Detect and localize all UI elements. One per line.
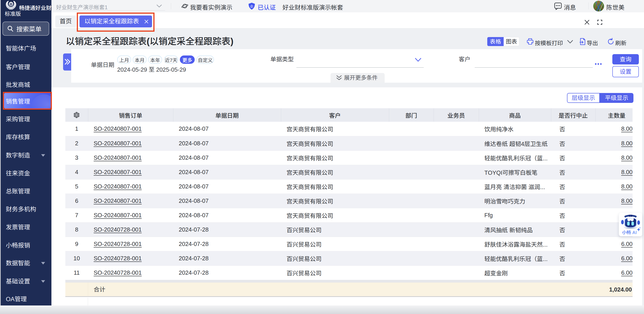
svg-text:c: c [630,215,631,217]
svg-text:企: 企 [250,4,254,8]
svg-text:小畅 AI: 小畅 AI [622,230,637,235]
